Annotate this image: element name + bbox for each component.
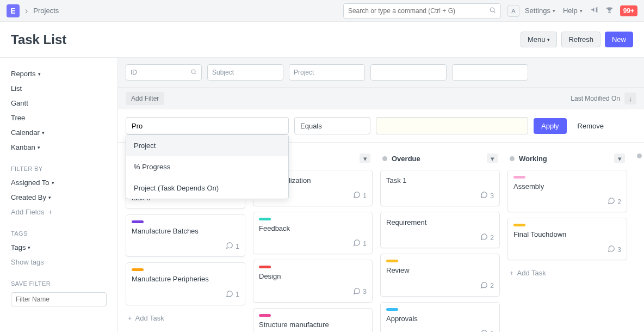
notification-badge[interactable]: 99+ xyxy=(620,5,637,16)
svg-line-3 xyxy=(195,73,196,74)
sidebar-view-calendar[interactable]: Calendar▾ xyxy=(11,125,107,140)
page-title: Task List xyxy=(11,32,516,47)
filter-by-assigned-to[interactable]: Assigned To▾ xyxy=(11,175,107,190)
chevron-down-icon: ▾ xyxy=(28,245,30,250)
avatar[interactable]: A xyxy=(507,5,519,17)
chevron-down-icon: ▾ xyxy=(42,130,45,136)
comment-icon xyxy=(353,287,361,297)
chevron-down-icon: ▾ xyxy=(48,195,51,200)
status-dot xyxy=(510,156,515,161)
apply-button[interactable]: Apply xyxy=(534,118,567,134)
filter-field-input[interactable] xyxy=(126,117,289,134)
tags-link[interactable]: Tags▾ xyxy=(11,240,107,255)
kanban-card[interactable]: Final Touchdown3 xyxy=(507,218,627,260)
menu-button[interactable]: Menu▾ xyxy=(521,32,558,47)
column-menu-button[interactable]: ▾ xyxy=(360,153,370,163)
status-dot xyxy=(382,156,387,161)
svg-point-0 xyxy=(490,8,494,12)
svg-line-1 xyxy=(494,11,495,12)
kanban-card[interactable]: Manufacture Batches1 xyxy=(126,214,245,257)
card-tag xyxy=(513,176,525,179)
card-tag xyxy=(132,268,144,271)
kanban-card[interactable]: Feedback1 xyxy=(253,212,373,254)
comment-icon xyxy=(226,242,233,251)
sort-by-label[interactable]: Last Modified On xyxy=(571,95,620,102)
search-icon xyxy=(489,7,496,15)
add-task-button[interactable]: +Add Task xyxy=(507,266,627,280)
trophy-icon[interactable] xyxy=(605,6,614,16)
card-footer: 2 xyxy=(386,281,494,291)
kanban-card[interactable]: Task 13 xyxy=(380,170,500,206)
sidebar-view-reports[interactable]: Reports▾ xyxy=(11,66,107,81)
kanban-card[interactable]: Approvals1 xyxy=(380,302,500,332)
card-footer: 1 xyxy=(259,239,367,248)
comment-icon xyxy=(226,290,233,299)
id-filter[interactable]: ID xyxy=(126,64,202,81)
subject-filter[interactable]: Subject xyxy=(207,64,283,81)
project-filter[interactable]: Project xyxy=(289,64,365,81)
remove-button[interactable]: Remove xyxy=(572,118,609,134)
content: ID Subject Project Add Filter Last Modif… xyxy=(117,58,644,332)
autocomplete-item[interactable]: % Progress xyxy=(126,156,288,177)
column-menu-button[interactable]: ▾ xyxy=(614,153,625,163)
comment-icon xyxy=(608,245,615,254)
help-link[interactable]: Help▾ xyxy=(563,7,583,15)
card-tag xyxy=(513,224,525,226)
show-tags-link[interactable]: Show tags xyxy=(11,255,107,269)
comment-count: 2 xyxy=(490,282,494,290)
save-filter-label: SAVE FILTER xyxy=(11,277,107,290)
filter-toolbar: Add Filter Last Modified On ↓ xyxy=(118,87,644,109)
kanban-card[interactable]: Review2 xyxy=(380,254,500,296)
refresh-button[interactable]: Refresh xyxy=(561,32,600,47)
card-title: Assembly xyxy=(513,182,621,192)
filter-by-created-by[interactable]: Created By▾ xyxy=(11,190,107,205)
card-footer: 2 xyxy=(386,233,494,242)
kanban-card[interactable]: Assembly2 xyxy=(507,170,627,212)
chevron-down-icon: ▾ xyxy=(580,8,583,14)
settings-link[interactable]: Settings▾ xyxy=(525,7,555,15)
autocomplete-item[interactable]: Project (Task Depends On) xyxy=(126,177,288,199)
breadcrumb-projects[interactable]: Projects xyxy=(33,7,59,15)
card-footer: 2 xyxy=(513,197,621,206)
column-title: Overdue xyxy=(392,155,487,163)
sidebar-view-tree[interactable]: Tree xyxy=(11,110,107,125)
chevron-down-icon: ▾ xyxy=(553,8,555,14)
filter-condition-select[interactable]: Equals xyxy=(294,117,370,134)
tags-label: TAGS xyxy=(11,227,107,240)
sidebar-view-kanban[interactable]: Kanban▾ xyxy=(11,140,107,155)
column-menu-button[interactable]: ▾ xyxy=(487,153,498,163)
card-title: Requirement xyxy=(386,218,494,228)
kanban-card[interactable]: Requirement2 xyxy=(380,212,500,248)
card-footer: 3 xyxy=(386,191,494,200)
card-tag xyxy=(259,314,271,317)
comment-count: 1 xyxy=(363,240,367,248)
filter-header: ID Subject Project xyxy=(118,58,644,87)
sidebar-view-gantt[interactable]: Gantt xyxy=(11,96,107,110)
kanban-card[interactable]: Manufacture Peripheries1 xyxy=(126,262,245,305)
add-fields-link[interactable]: Add Fields + xyxy=(11,205,107,219)
app-logo[interactable]: E xyxy=(7,4,20,17)
global-search-input[interactable] xyxy=(348,7,489,15)
megaphone-icon[interactable] xyxy=(590,5,599,16)
comment-icon xyxy=(480,233,488,242)
filter-name-input[interactable] xyxy=(11,292,107,306)
blank-filter-1[interactable] xyxy=(370,64,447,81)
global-search[interactable] xyxy=(343,3,501,19)
comment-icon xyxy=(480,281,488,291)
kanban-card[interactable]: Design3 xyxy=(253,260,373,302)
sort-direction-button[interactable]: ↓ xyxy=(624,93,636,104)
comment-count: 1 xyxy=(363,192,367,200)
card-tag xyxy=(259,218,271,220)
kanban-column: Working▾Assembly2Final Touchdown3+Add Ta… xyxy=(507,150,627,324)
add-filter-button[interactable]: Add Filter xyxy=(126,92,164,105)
autocomplete-item[interactable]: Project xyxy=(126,135,288,156)
kanban-card[interactable]: Structure manufacture1 xyxy=(253,308,373,332)
card-title: Task 1 xyxy=(386,176,494,186)
add-task-button[interactable]: +Add Task xyxy=(126,311,245,325)
chevron-down-icon: ▾ xyxy=(52,180,54,186)
filter-value-input[interactable] xyxy=(376,117,528,134)
blank-filter-2[interactable] xyxy=(452,64,528,81)
card-title: Structure manufacture xyxy=(259,320,367,330)
sidebar-view-list[interactable]: List xyxy=(11,81,107,96)
new-button[interactable]: New xyxy=(605,32,633,47)
